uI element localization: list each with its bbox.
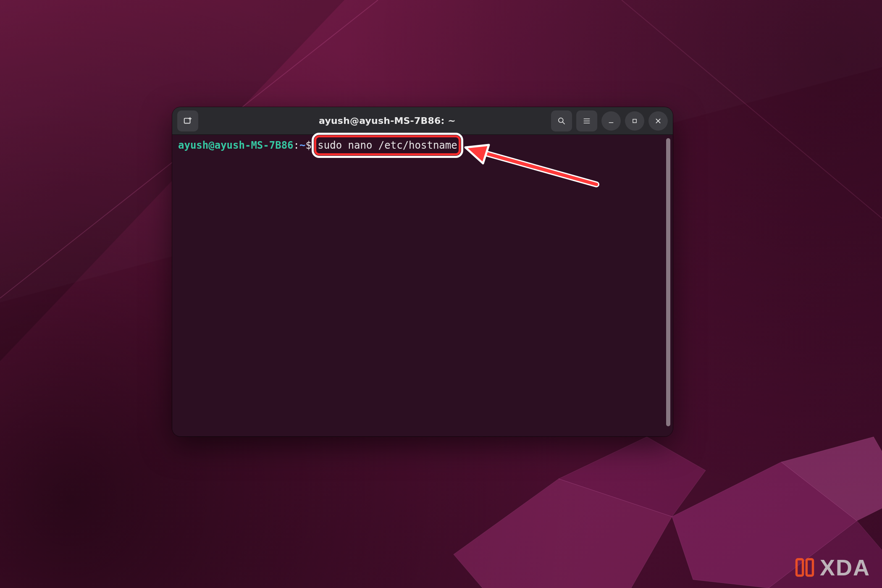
svg-marker-20 xyxy=(465,145,489,163)
terminal-command: sudo nano /etc/hostname xyxy=(318,139,457,151)
maximize-icon xyxy=(632,118,638,124)
svg-line-12 xyxy=(563,122,565,124)
window-titlebar[interactable]: ayush@ayush-MS-7B86: ~ xyxy=(172,107,673,135)
hamburger-menu-icon xyxy=(583,117,591,125)
xda-watermark: XDA xyxy=(793,554,870,580)
prompt-user-host: ayush@ayush-MS-7B86 xyxy=(178,139,294,151)
close-icon xyxy=(655,118,662,124)
search-button[interactable] xyxy=(551,110,572,131)
minimize-button[interactable] xyxy=(601,111,621,131)
search-icon xyxy=(557,117,566,125)
xda-logo-icon xyxy=(793,556,816,579)
prompt-path: ~ xyxy=(299,139,305,151)
new-tab-button[interactable] xyxy=(177,110,198,131)
prompt-symbol: $ xyxy=(305,139,311,151)
annotation-arrow-icon xyxy=(462,143,605,194)
maximize-button[interactable] xyxy=(625,111,644,131)
menu-button[interactable] xyxy=(576,110,597,131)
svg-rect-21 xyxy=(796,559,803,576)
prompt-separator: : xyxy=(294,139,299,151)
xda-watermark-text: XDA xyxy=(820,554,870,580)
terminal-window: ayush@ayush-MS-7B86: ~ xyxy=(172,107,673,436)
minimize-icon xyxy=(608,118,614,124)
svg-rect-17 xyxy=(633,119,636,122)
terminal-scrollbar[interactable] xyxy=(666,138,670,426)
terminal-body[interactable]: ayush@ayush-MS-7B86:~$ sudo nano /etc/ho… xyxy=(172,135,673,436)
window-title: ayush@ayush-MS-7B86: ~ xyxy=(228,116,547,126)
svg-rect-22 xyxy=(806,559,813,576)
close-button[interactable] xyxy=(648,111,668,131)
new-tab-icon xyxy=(183,116,192,126)
